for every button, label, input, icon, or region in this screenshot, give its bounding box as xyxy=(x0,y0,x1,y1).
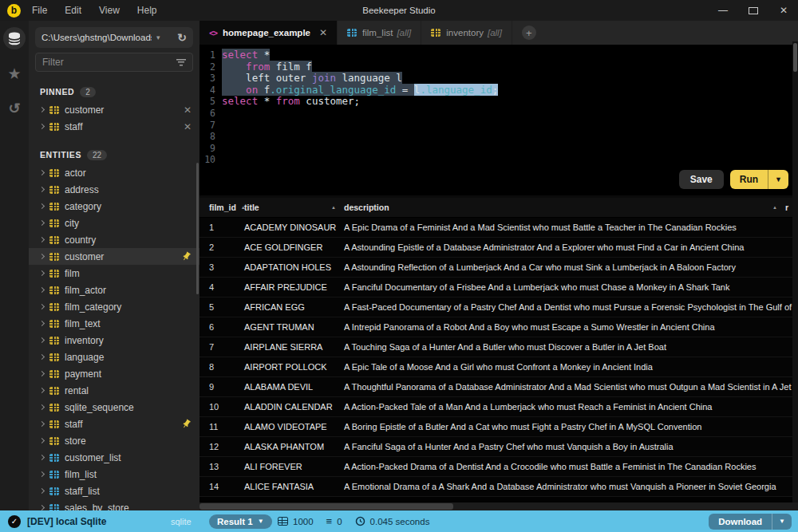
editor-line[interactable]: 8 xyxy=(200,131,798,143)
editor-line[interactable]: 5select * from customer; xyxy=(200,96,798,108)
chevron-right-icon[interactable] xyxy=(39,220,45,226)
editor-line[interactable]: 6 xyxy=(200,108,798,120)
vertical-scrollbar[interactable] xyxy=(792,41,798,502)
chevron-right-icon[interactable] xyxy=(39,254,45,259)
table-row[interactable]: 3ADAPTATION HOLESA Astounding Reflection… xyxy=(200,258,798,278)
download-dropdown-icon[interactable]: ▼ xyxy=(772,514,792,530)
sidebar-item-film[interactable]: film xyxy=(29,265,200,282)
filter-input[interactable]: Filter xyxy=(35,53,193,72)
table-row[interactable]: 6AGENT TRUMANA Intrepid Panorama of a Ro… xyxy=(200,317,798,337)
close-icon[interactable]: ✕ xyxy=(779,5,788,16)
chevron-right-icon[interactable] xyxy=(39,471,45,477)
chevron-right-icon[interactable] xyxy=(39,438,45,443)
new-tab-button[interactable]: + xyxy=(522,26,536,40)
editor-line[interactable]: 1select * xyxy=(200,49,798,61)
sidebar-item-staff[interactable]: staff✕ xyxy=(29,118,200,135)
chevron-right-icon[interactable] xyxy=(39,421,45,427)
chevron-right-icon[interactable] xyxy=(39,304,45,309)
table-row[interactable]: 2ACE GOLDFINGERA Astounding Epistle of a… xyxy=(200,238,798,258)
tab-inventory[interactable]: inventory [all] xyxy=(421,21,512,45)
sidebar-item-inventory[interactable]: inventory xyxy=(29,332,200,349)
sidebar-item-staff[interactable]: staff xyxy=(29,416,200,432)
chevron-right-icon[interactable] xyxy=(39,404,45,410)
chevron-right-icon[interactable] xyxy=(39,107,45,112)
horizontal-scrollbar[interactable] xyxy=(200,502,798,510)
sidebar-item-category[interactable]: category xyxy=(29,198,200,215)
table-row[interactable]: 10ALADDIN CALENDARA Action-Packed Tale o… xyxy=(200,397,798,417)
chevron-right-icon[interactable] xyxy=(39,371,45,376)
chevron-right-icon[interactable] xyxy=(39,270,45,276)
database-icon[interactable] xyxy=(3,27,26,49)
tab-homepage-example[interactable]: <> homepage_example ✕ xyxy=(200,21,338,45)
chevron-right-icon[interactable] xyxy=(39,203,45,209)
chevron-right-icon[interactable] xyxy=(39,388,45,393)
sidebar-item-customer[interactable]: customer xyxy=(29,248,200,265)
scrollbar-thumb[interactable] xyxy=(793,43,797,72)
menu-view[interactable]: View xyxy=(99,5,120,16)
sidebar-item-sqlite_sequence[interactable]: sqlite_sequence xyxy=(29,399,200,416)
chevron-right-icon[interactable] xyxy=(39,337,45,343)
unpin-icon[interactable]: ✕ xyxy=(184,121,192,132)
menu-edit[interactable]: Edit xyxy=(65,5,81,16)
favorites-icon[interactable]: ★ xyxy=(3,62,26,85)
scrollbar-thumb[interactable] xyxy=(200,503,453,510)
chevron-right-icon[interactable] xyxy=(39,237,45,242)
sidebar-scrollbar[interactable] xyxy=(196,163,199,294)
tab-close-icon[interactable]: ✕ xyxy=(319,27,327,38)
sidebar-item-country[interactable]: country xyxy=(29,231,200,248)
connection-dropdown[interactable]: C:\Users\ghstng\Downloads ▾ ↻ xyxy=(35,27,193,48)
table-row[interactable]: 5AFRICAN EGGA Fast-Paced Documentary of … xyxy=(200,298,798,317)
menu-file[interactable]: File xyxy=(32,5,47,16)
sidebar-item-address[interactable]: address xyxy=(29,181,200,198)
sidebar-item-rental[interactable]: rental xyxy=(29,382,200,399)
run-dropdown-icon[interactable]: ▼ xyxy=(768,170,788,189)
editor-line[interactable]: 9 xyxy=(200,143,798,155)
editor-line[interactable]: 7 xyxy=(200,120,798,132)
sidebar-item-customer[interactable]: customer✕ xyxy=(29,101,200,118)
tab-film-list[interactable]: film_list [all] xyxy=(338,21,421,45)
chevron-right-icon[interactable] xyxy=(39,124,45,129)
chevron-right-icon[interactable] xyxy=(39,488,45,494)
history-icon[interactable]: ↺ xyxy=(3,97,26,120)
download-button[interactable]: Download ▼ xyxy=(709,514,792,530)
run-button[interactable]: Run ▼ xyxy=(730,170,788,189)
chevron-right-icon[interactable] xyxy=(39,170,45,175)
table-row[interactable]: 4AFFAIR PREJUDICEA Fanciful Documentary … xyxy=(200,278,798,298)
sidebar-item-film_category[interactable]: film_category xyxy=(29,298,200,315)
chevron-right-icon[interactable] xyxy=(39,287,45,293)
result-selector[interactable]: Result 1 ▼ xyxy=(209,514,272,529)
sidebar-item-film_list[interactable]: film_list xyxy=(29,466,200,483)
table-row[interactable]: 11ALAMO VIDEOTAPEA Boring Epistle of a B… xyxy=(200,417,798,437)
chevron-right-icon[interactable] xyxy=(39,455,45,460)
sidebar-item-city[interactable]: city xyxy=(29,215,200,231)
column-header-description[interactable]: description ▲ xyxy=(344,203,785,212)
editor-line[interactable]: 2 from film f xyxy=(200,61,798,73)
table-row[interactable]: 13ALI FOREVERA Action-Packed Drama of a … xyxy=(200,457,798,477)
table-row[interactable]: 7AIRPLANE SIERRAA Touching Saga of a Hun… xyxy=(200,337,798,357)
chevron-right-icon[interactable] xyxy=(39,321,45,326)
sidebar-item-film_text[interactable]: film_text xyxy=(29,315,200,332)
sidebar-item-film_actor[interactable]: film_actor xyxy=(29,282,200,298)
sidebar-item-customer_list[interactable]: customer_list xyxy=(29,449,200,466)
sql-editor[interactable]: 1select *2 from film f3 left outer join … xyxy=(200,45,798,198)
table-row[interactable]: 8AIRPORT POLLOCKA Epic Tale of a Moose A… xyxy=(200,357,798,377)
chevron-right-icon[interactable] xyxy=(39,354,45,360)
column-header-title[interactable]: title ▲ xyxy=(244,203,344,212)
table-row[interactable]: 12ALASKA PHANTOMA Fanciful Saga of a Hun… xyxy=(200,437,798,457)
chevron-right-icon[interactable] xyxy=(39,505,45,510)
menu-help[interactable]: Help xyxy=(137,5,157,16)
column-header-film-id[interactable]: film_id ▲ xyxy=(200,203,244,212)
sidebar-item-sales_by_store[interactable]: sales_by_store xyxy=(29,499,200,510)
chevron-right-icon[interactable] xyxy=(39,187,45,192)
sidebar-item-language[interactable]: language xyxy=(29,349,200,365)
table-row[interactable]: 9ALABAMA DEVILA Thoughtful Panorama of a… xyxy=(200,377,798,397)
maximize-icon[interactable] xyxy=(749,7,758,14)
sidebar-item-actor[interactable]: actor xyxy=(29,164,200,181)
editor-line[interactable]: 3 left outer join language l xyxy=(200,73,798,85)
sidebar-item-store[interactable]: store xyxy=(29,432,200,449)
editor-line[interactable]: 10 xyxy=(200,154,798,166)
save-button[interactable]: Save xyxy=(679,170,724,189)
table-row[interactable]: 14ALICE FANTASIAA Emotional Drama of a A… xyxy=(200,477,798,497)
editor-line[interactable]: 4 on f.original_language_id = l.language… xyxy=(200,85,798,97)
sidebar-item-staff_list[interactable]: staff_list xyxy=(29,483,200,499)
